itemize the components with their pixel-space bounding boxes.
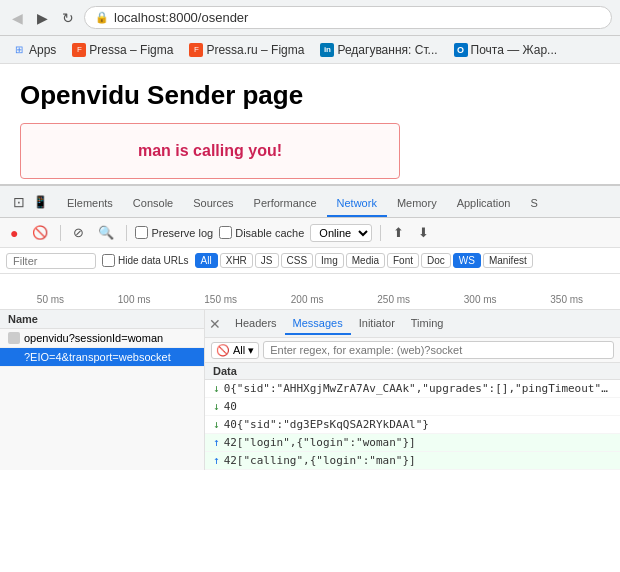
arrow-down-2: ↓: [213, 418, 220, 431]
arrow-down-0: ↓: [213, 382, 220, 395]
message-text-0: 0{"sid":"AHHXgjMwZrA7Av_CAAk","upgrades"…: [224, 382, 612, 395]
detail-tab-timing[interactable]: Timing: [403, 313, 452, 335]
marker-100ms: 100 ms: [118, 294, 151, 305]
message-text-1: 40: [224, 400, 237, 413]
bookmark-linkedin[interactable]: in Редагування: Ст...: [316, 41, 441, 59]
bookmark-figma2[interactable]: F Pressa.ru – Figma: [185, 41, 308, 59]
detail-tab-messages[interactable]: Messages: [285, 313, 351, 335]
request-item-openvidu[interactable]: openvidu?sessionId=woman: [0, 329, 204, 348]
detail-tab-initiator[interactable]: Initiator: [351, 313, 403, 335]
detail-tabs: ✕ Headers Messages Initiator Timing: [205, 310, 620, 338]
bookmark-figma2-label: Pressa.ru – Figma: [206, 43, 304, 57]
throttle-select[interactable]: Online: [310, 224, 372, 242]
filter-xhr[interactable]: XHR: [220, 253, 253, 268]
message-row-0[interactable]: ↓ 0{"sid":"AHHXgjMwZrA7Av_CAAk","upgrade…: [205, 380, 620, 398]
separator-1: [60, 225, 61, 241]
outlook-icon: O: [454, 43, 468, 57]
search-button[interactable]: 🔍: [94, 223, 118, 242]
disable-cache-label[interactable]: Disable cache: [219, 226, 304, 239]
tab-performance[interactable]: Performance: [244, 191, 327, 217]
filter-button[interactable]: ⊘: [69, 223, 88, 242]
page-content: Openvidu Sender page man is calling you!: [0, 64, 620, 184]
request-item-websocket[interactable]: ?EIO=4&transport=websocket: [0, 348, 204, 367]
arrow-down-1: ↓: [213, 400, 220, 413]
messages-panel: 🚫 All ▾ Data ↓ 0{"sid":"AHHXgjMwZrA7Av_C…: [205, 338, 620, 470]
request-icon-plain: [8, 332, 20, 344]
filter-font[interactable]: Font: [387, 253, 419, 268]
address-bar: 🔒 localhost:8000/osender: [84, 6, 612, 29]
main-panel: Name openvidu?sessionId=woman ?EIO=4&tra…: [0, 310, 620, 470]
message-row-2[interactable]: ↓ 40{"sid":"dg3EPsKqQSA2RYkDAAl"}: [205, 416, 620, 434]
message-filter-block-icon: 🚫: [216, 344, 230, 357]
inspect-element-button[interactable]: ⊡: [10, 191, 28, 213]
data-section-header: Data: [205, 363, 620, 380]
message-filter-input[interactable]: [263, 341, 614, 359]
back-button[interactable]: ◀: [8, 8, 27, 28]
tab-application[interactable]: Application: [447, 191, 521, 217]
disable-cache-checkbox[interactable]: [219, 226, 232, 239]
tab-network[interactable]: Network: [327, 191, 387, 217]
filter-media[interactable]: Media: [346, 253, 385, 268]
url-text: localhost:8000/osender: [114, 10, 248, 25]
filter-css[interactable]: CSS: [281, 253, 314, 268]
bookmark-linkedin-label: Редагування: Ст...: [337, 43, 437, 57]
marker-50ms: 50 ms: [37, 294, 64, 305]
bookmark-figma1-label: Pressa – Figma: [89, 43, 173, 57]
hide-data-urls-checkbox[interactable]: [102, 254, 115, 267]
filter-ws[interactable]: WS: [453, 253, 481, 268]
message-filter-select[interactable]: 🚫 All ▾: [211, 342, 259, 359]
device-toggle-button[interactable]: 📱: [30, 192, 51, 212]
message-filter-all-label: All: [233, 344, 245, 356]
marker-350ms: 350 ms: [550, 294, 583, 305]
filter-input[interactable]: [6, 253, 96, 269]
devtools-tabs: ⊡ 📱 Elements Console Sources Performance…: [0, 186, 620, 218]
bookmark-outlook[interactable]: O Почта — Жар...: [450, 41, 562, 59]
filter-bar: Hide data URLs All XHR JS CSS Img Media …: [0, 248, 620, 274]
linkedin-icon: in: [320, 43, 334, 57]
separator-2: [126, 225, 127, 241]
filter-img[interactable]: Img: [315, 253, 344, 268]
import-button[interactable]: ⬆: [389, 223, 408, 242]
bookmark-apps-label: Apps: [29, 43, 56, 57]
message-text-4: 42["calling",{"login":"man"}]: [224, 454, 416, 467]
timeline: 50 ms 100 ms 150 ms 200 ms 250 ms 300 ms…: [0, 274, 620, 310]
export-button[interactable]: ⬇: [414, 223, 433, 242]
bookmark-apps[interactable]: ⊞ Apps: [8, 41, 60, 59]
tab-elements[interactable]: Elements: [57, 191, 123, 217]
lock-icon: 🔒: [95, 11, 109, 24]
request-name-openvidu: openvidu?sessionId=woman: [24, 332, 163, 344]
filter-js[interactable]: JS: [255, 253, 279, 268]
filter-types: All XHR JS CSS Img Media Font Doc WS Man…: [195, 253, 533, 268]
request-name-websocket: ?EIO=4&transport=websocket: [24, 351, 171, 363]
tab-sources[interactable]: Sources: [183, 191, 243, 217]
figma1-icon: F: [72, 43, 86, 57]
bookmark-figma1[interactable]: F Pressa – Figma: [68, 41, 177, 59]
message-text-2: 40{"sid":"dg3EPsKqQSA2RYkDAAl"}: [224, 418, 429, 431]
stop-recording-button[interactable]: 🚫: [28, 223, 52, 242]
message-row-3[interactable]: ↑ 42["login",{"login":"woman"}]: [205, 434, 620, 452]
filter-doc[interactable]: Doc: [421, 253, 451, 268]
reload-button[interactable]: ↻: [58, 8, 78, 28]
apps-icon: ⊞: [12, 43, 26, 57]
message-text-3: 42["login",{"login":"woman"}]: [224, 436, 416, 449]
tab-memory[interactable]: Memory: [387, 191, 447, 217]
filter-manifest[interactable]: Manifest: [483, 253, 533, 268]
preserve-log-checkbox[interactable]: [135, 226, 148, 239]
message-row-1[interactable]: ↓ 40: [205, 398, 620, 416]
record-button[interactable]: ●: [6, 223, 22, 243]
tab-more[interactable]: S: [520, 191, 547, 217]
tab-console[interactable]: Console: [123, 191, 183, 217]
requests-header: Name: [0, 310, 204, 329]
marker-250ms: 250 ms: [377, 294, 410, 305]
hide-data-urls-label[interactable]: Hide data URLs: [102, 254, 189, 267]
browser-toolbar: ◀ ▶ ↻ 🔒 localhost:8000/osender: [0, 0, 620, 36]
message-row-4[interactable]: ↑ 42["calling",{"login":"man"}]: [205, 452, 620, 470]
marker-200ms: 200 ms: [291, 294, 324, 305]
arrow-up-3: ↑: [213, 436, 220, 449]
detail-panel: ✕ Headers Messages Initiator Timing: [205, 310, 620, 470]
preserve-log-label[interactable]: Preserve log: [135, 226, 213, 239]
forward-button[interactable]: ▶: [33, 8, 52, 28]
filter-all[interactable]: All: [195, 253, 218, 268]
detail-close-button[interactable]: ✕: [209, 316, 221, 332]
detail-tab-headers[interactable]: Headers: [227, 313, 285, 335]
